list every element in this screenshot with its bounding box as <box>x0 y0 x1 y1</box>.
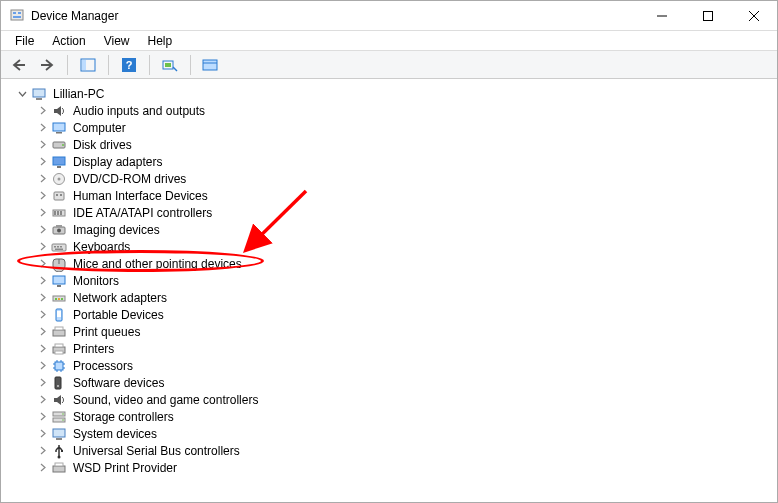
expander-icon[interactable] <box>37 361 47 371</box>
expander-icon[interactable] <box>37 157 47 167</box>
svg-point-68 <box>62 413 64 415</box>
expander-icon[interactable] <box>37 378 47 388</box>
svg-rect-28 <box>60 194 62 196</box>
keyboard-icon <box>51 239 67 255</box>
show-hide-console-tree-button[interactable] <box>76 54 100 76</box>
svg-rect-75 <box>53 466 65 472</box>
svg-rect-76 <box>55 463 63 466</box>
svg-rect-26 <box>54 192 64 200</box>
svg-rect-1 <box>13 12 16 14</box>
svg-rect-23 <box>57 166 61 168</box>
expander-icon[interactable] <box>37 123 47 133</box>
tree-item-label: Imaging devices <box>71 223 162 237</box>
tree-item-label: Storage controllers <box>71 410 176 424</box>
tree-item[interactable]: Human Interface Devices <box>11 188 210 204</box>
svg-rect-27 <box>56 194 58 196</box>
svg-point-73 <box>55 450 57 452</box>
tree-item-label: IDE ATA/ATAPI controllers <box>71 206 214 220</box>
tree-item[interactable]: Storage controllers <box>11 409 176 425</box>
expander-icon[interactable] <box>37 276 47 286</box>
expander-icon[interactable] <box>37 327 47 337</box>
back-button[interactable] <box>7 54 31 76</box>
expander-icon[interactable] <box>17 89 27 99</box>
expander-icon[interactable] <box>37 429 47 439</box>
menu-action[interactable]: Action <box>44 32 93 50</box>
computer-icon <box>51 120 67 136</box>
expander-icon[interactable] <box>37 259 47 269</box>
menu-help[interactable]: Help <box>140 32 181 50</box>
tree-item[interactable]: System devices <box>11 426 159 442</box>
tree-item[interactable]: Keyboards <box>11 239 132 255</box>
scan-hardware-button[interactable] <box>158 54 182 76</box>
svg-rect-39 <box>60 246 62 248</box>
forward-button[interactable] <box>35 54 59 76</box>
tree-root-node[interactable]: Lillian-PC <box>11 86 106 102</box>
wsd-icon <box>51 460 67 476</box>
tree-item[interactable]: Mice and other pointing devices <box>11 256 244 272</box>
portable-icon <box>51 307 67 323</box>
software-icon <box>51 375 67 391</box>
minimize-button[interactable] <box>639 1 685 30</box>
expander-icon[interactable] <box>37 310 47 320</box>
expander-icon[interactable] <box>37 293 47 303</box>
close-button[interactable] <box>731 1 777 30</box>
audio-icon <box>51 103 67 119</box>
toolbar-separator <box>67 55 68 75</box>
expander-icon[interactable] <box>37 140 47 150</box>
tree-item-label: Sound, video and game controllers <box>71 393 260 407</box>
expander-icon[interactable] <box>37 412 47 422</box>
usb-icon <box>51 443 67 459</box>
mouse-icon <box>51 256 67 272</box>
svg-rect-50 <box>53 330 65 336</box>
expander-icon[interactable] <box>37 225 47 235</box>
tree-item[interactable]: Disk drives <box>11 137 134 153</box>
tree-item[interactable]: IDE ATA/ATAPI controllers <box>11 205 214 221</box>
tree-item[interactable]: Software devices <box>11 375 166 391</box>
display-icon <box>51 154 67 170</box>
device-tree[interactable]: Lillian-PCAudio inputs and outputsComput… <box>1 81 777 502</box>
expander-icon[interactable] <box>37 106 47 116</box>
svg-rect-46 <box>58 298 60 300</box>
expander-icon[interactable] <box>37 208 47 218</box>
tree-item[interactable]: WSD Print Provider <box>11 460 179 476</box>
expander-icon[interactable] <box>37 174 47 184</box>
svg-rect-3 <box>13 16 21 18</box>
svg-rect-54 <box>55 351 63 354</box>
tree-item-label: Computer <box>71 121 128 135</box>
maximize-button[interactable] <box>685 1 731 30</box>
tree-item-label: Disk drives <box>71 138 134 152</box>
tree-item[interactable]: Printers <box>11 341 116 357</box>
svg-point-65 <box>57 385 59 387</box>
tree-item[interactable]: Portable Devices <box>11 307 166 323</box>
expander-icon[interactable] <box>37 395 47 405</box>
expander-icon[interactable] <box>37 191 47 201</box>
expander-icon[interactable] <box>37 242 47 252</box>
menu-file[interactable]: File <box>7 32 42 50</box>
tree-item[interactable]: Processors <box>11 358 135 374</box>
tree-item[interactable]: Monitors <box>11 273 121 289</box>
svg-rect-70 <box>53 429 65 437</box>
tree-item[interactable]: Universal Serial Bus controllers <box>11 443 242 459</box>
sound-icon <box>51 392 67 408</box>
properties-button[interactable] <box>199 54 223 76</box>
tree-item[interactable]: DVD/CD-ROM drives <box>11 171 188 187</box>
tree-item[interactable]: Audio inputs and outputs <box>11 103 207 119</box>
svg-rect-22 <box>53 157 65 165</box>
menu-view[interactable]: View <box>96 32 138 50</box>
help-button[interactable]: ? <box>117 54 141 76</box>
svg-rect-30 <box>54 211 56 215</box>
expander-icon[interactable] <box>37 463 47 473</box>
tree-item[interactable]: Imaging devices <box>11 222 162 238</box>
disk-icon <box>51 137 67 153</box>
computer-icon <box>31 86 47 102</box>
expander-icon[interactable] <box>37 344 47 354</box>
tree-item[interactable]: Sound, video and game controllers <box>11 392 260 408</box>
svg-rect-40 <box>55 248 63 250</box>
tree-item[interactable]: Display adapters <box>11 154 164 170</box>
tree-item[interactable]: Computer <box>11 120 128 136</box>
expander-icon[interactable] <box>37 446 47 456</box>
window-controls <box>639 1 777 30</box>
tree-item-label: Universal Serial Bus controllers <box>71 444 242 458</box>
tree-item[interactable]: Print queues <box>11 324 142 340</box>
tree-item[interactable]: Network adapters <box>11 290 169 306</box>
